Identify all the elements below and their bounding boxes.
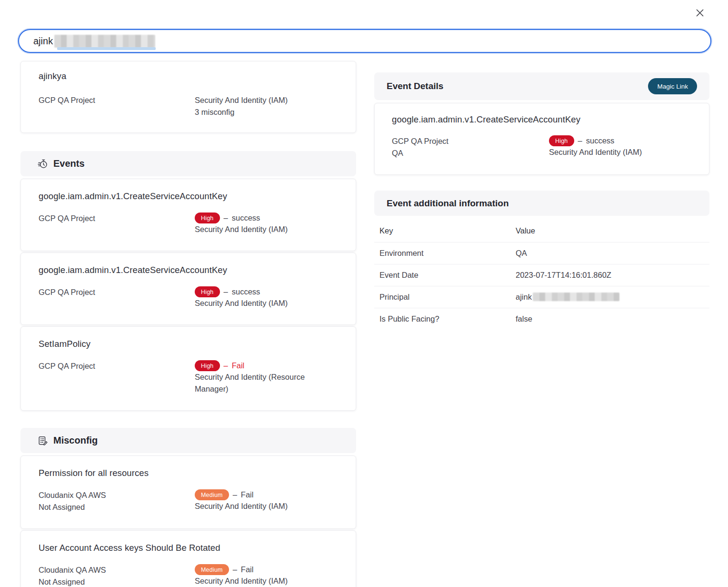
event-details-category: Security And Identity (IAM) xyxy=(549,146,692,158)
principal-redacted xyxy=(533,293,619,301)
results-column: ajinkya GCP QA Project Security And Iden… xyxy=(20,61,356,587)
misconfig-title: Permission for all resources xyxy=(39,468,338,478)
event-status: success xyxy=(232,287,260,296)
event-details-title: Event Details xyxy=(387,81,443,91)
magic-link-button[interactable]: Magic Link xyxy=(648,78,697,94)
results-layout: ajinkya GCP QA Project Security And Iden… xyxy=(20,61,709,587)
kv-table-header: Key Value xyxy=(374,219,709,243)
misconfig-section-title: Misconfig xyxy=(53,435,98,446)
event-title: google.iam.admin.v1.CreateServiceAccount… xyxy=(39,191,338,202)
severity-badge: Medium xyxy=(195,489,229,500)
kv-value: false xyxy=(516,314,709,324)
event-additional-title: Event additional information xyxy=(387,198,509,209)
event-result-card[interactable]: google.iam.admin.v1.CreateServiceAccount… xyxy=(20,179,356,251)
search-redacted-underline xyxy=(57,47,156,50)
misconfig-result-card[interactable]: Permission for all resources Cloudanix Q… xyxy=(20,455,356,529)
events-section-header: Events xyxy=(20,151,356,176)
misconfig-status: Fail xyxy=(241,490,254,499)
event-details-account: GCP QA Project xyxy=(392,135,549,147)
table-row: Principal ajink xyxy=(374,286,709,308)
search-query-text: ajink xyxy=(33,36,53,47)
status-dash: – xyxy=(233,565,237,574)
close-icon xyxy=(695,8,705,18)
resource-title: ajinkya xyxy=(39,71,338,81)
misconfig-category: Security And Identity (IAM) xyxy=(195,575,338,587)
misconfig-section-header: Misconfig xyxy=(20,428,356,453)
kv-col-value: Value xyxy=(516,226,709,235)
resource-result-card[interactable]: ajinkya GCP QA Project Security And Iden… xyxy=(20,61,356,133)
checklist-pencil-icon xyxy=(38,435,48,446)
event-details-environment: QA xyxy=(392,147,549,159)
details-column: Event Details Magic Link google.iam.admi… xyxy=(374,61,709,587)
event-status: success xyxy=(232,213,260,223)
close-button[interactable] xyxy=(693,6,707,20)
events-section-title: Events xyxy=(53,158,85,169)
table-row: Event Date 2023-07-17T14:16:01.860Z xyxy=(374,264,709,286)
event-details-card: google.iam.admin.v1.CreateServiceAccount… xyxy=(374,103,709,175)
event-account: GCP QA Project xyxy=(39,213,195,235)
misconfig-category: Security And Identity (IAM) xyxy=(195,500,338,512)
event-category: Security And Identity (IAM) xyxy=(195,297,338,309)
misconfig-assignee: Not Assigned xyxy=(39,501,195,513)
kv-value-principal: ajink xyxy=(516,293,709,302)
misconfig-result-card[interactable]: User Account Access keys Should Be Rotat… xyxy=(20,530,356,587)
severity-badge: High xyxy=(549,135,574,146)
event-additional-section: Event additional information Key Value E… xyxy=(374,191,709,330)
event-details-header: Event Details Magic Link xyxy=(374,72,709,100)
status-dash: – xyxy=(233,490,237,499)
misconfig-status: Fail xyxy=(241,565,254,574)
status-dash: – xyxy=(224,361,228,370)
table-row: Environment QA xyxy=(374,243,709,264)
stopwatch-icon xyxy=(38,159,48,169)
resource-misconfig-count: 3 misconfig xyxy=(195,106,338,118)
resource-account: GCP QA Project xyxy=(39,94,195,118)
event-result-card[interactable]: SetIamPolicy GCP QA Project High – Fail … xyxy=(20,326,356,411)
misconfig-assignee: Not Assigned xyxy=(39,576,195,587)
event-additional-header: Event additional information xyxy=(374,191,709,216)
kv-key: Principal xyxy=(379,293,516,302)
event-details-status: success xyxy=(586,136,615,145)
event-result-card[interactable]: google.iam.admin.v1.CreateServiceAccount… xyxy=(20,253,356,325)
kv-key: Is Public Facing? xyxy=(379,314,516,324)
misconfig-account: Cloudanix QA AWS xyxy=(39,489,195,501)
severity-badge: High xyxy=(195,213,220,223)
event-category: Security And Identity (Resource Manager) xyxy=(195,371,338,395)
event-title: google.iam.admin.v1.CreateServiceAccount… xyxy=(39,265,338,275)
event-title: SetIamPolicy xyxy=(39,339,338,349)
kv-key: Environment xyxy=(379,249,516,258)
severity-badge: Medium xyxy=(195,564,229,575)
severity-badge: High xyxy=(195,360,220,371)
misconfig-title: User Account Access keys Should Be Rotat… xyxy=(39,543,338,553)
event-category: Security And Identity (IAM) xyxy=(195,223,338,235)
resource-category: Security And Identity (IAM) xyxy=(195,94,338,106)
misconfig-account: Cloudanix QA AWS xyxy=(39,564,195,576)
status-dash: – xyxy=(578,136,582,145)
event-status: Fail xyxy=(232,361,245,370)
event-details-event-title: google.iam.admin.v1.CreateServiceAccount… xyxy=(392,114,692,125)
table-row: Is Public Facing? false xyxy=(374,308,709,330)
status-dash: – xyxy=(224,287,228,296)
status-dash: – xyxy=(224,213,228,223)
event-account: GCP QA Project xyxy=(39,286,195,309)
severity-badge: High xyxy=(195,286,220,297)
search-query-redacted xyxy=(54,35,155,48)
event-account: GCP QA Project xyxy=(39,360,195,395)
kv-value: 2023-07-17T14:16:01.860Z xyxy=(516,271,709,280)
kv-key: Event Date xyxy=(379,271,516,280)
kv-value: QA xyxy=(516,249,709,258)
search-input[interactable]: ajink xyxy=(18,29,711,53)
kv-col-key: Key xyxy=(379,226,516,235)
